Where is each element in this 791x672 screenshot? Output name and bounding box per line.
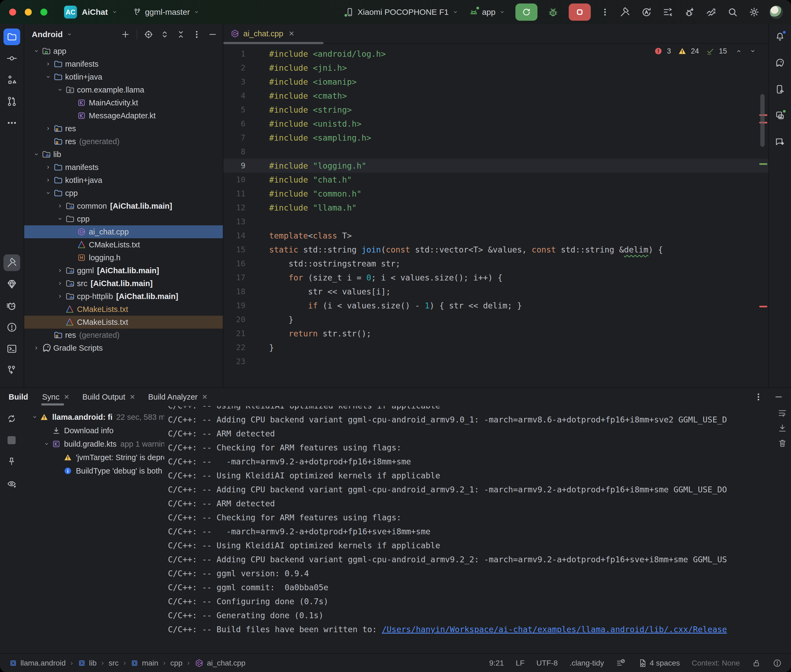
user-avatar[interactable] (770, 5, 783, 19)
code-line-16[interactable]: 16 std::ostringstream str; (223, 256, 769, 270)
tool-button-project-view-icon[interactable] (3, 29, 20, 45)
debug-button[interactable] (547, 6, 559, 18)
tool-button-device-manager-icon[interactable] (775, 110, 785, 121)
code-line-8[interactable]: 8 (223, 145, 769, 158)
tool-button-version-control-icon[interactable] (3, 362, 20, 379)
chevron-right-icon[interactable] (45, 177, 52, 184)
chevron-right-icon[interactable] (56, 267, 64, 274)
run-config-selector[interactable]: app (469, 7, 506, 17)
build-tab-build-output[interactable]: Build Output✕ (76, 388, 142, 406)
tree-chevron-down-icon[interactable] (45, 190, 52, 197)
code-line-13[interactable]: 13 (223, 214, 769, 229)
code-line-12[interactable]: 12#include "llama.h" (223, 201, 769, 214)
breadcrumb-item-lib[interactable]: lib (78, 659, 96, 667)
status-widget-context-none[interactable]: Context: None (692, 659, 740, 667)
soft-wrap-icon[interactable] (778, 408, 787, 418)
tree-row-com-example-llama[interactable]: com.example.llama (24, 83, 223, 96)
tree-row-res[interactable]: res (24, 122, 223, 135)
tool-button-build-hammer-icon[interactable] (3, 254, 20, 271)
locate-file-icon[interactable] (144, 30, 153, 39)
hide-build-panel-button[interactable] (774, 392, 783, 402)
code-changes-icon[interactable] (663, 6, 674, 18)
tree-row-cpp-httplib[interactable]: cpp-httplib[AiChat.lib.main] (24, 290, 223, 303)
tool-button-pull-requests-icon[interactable] (3, 93, 20, 110)
tree-row-res[interactable]: res(generated) (24, 329, 223, 341)
status-widget-error-info-icon[interactable] (773, 659, 782, 668)
status-widget-lf[interactable]: LF (516, 659, 525, 667)
project-view-selector[interactable]: Android (32, 30, 73, 39)
chevron-right-icon[interactable] (56, 203, 64, 210)
minimize-window-button[interactable] (25, 9, 32, 16)
status-widget-9-21[interactable]: 9:21 (489, 659, 504, 667)
sync-tree-row[interactable]: build.gradle.ktsapp 1 warning (23, 437, 164, 451)
tool-button-running-devices-icon[interactable] (775, 84, 785, 94)
chevron-right-icon[interactable] (45, 61, 52, 67)
code-line-2[interactable]: 2#include <jni.h> (223, 61, 769, 75)
code-line-23[interactable]: 23 (223, 354, 769, 368)
tool-button-terminal-icon[interactable] (3, 341, 20, 357)
build-tab-sync[interactable]: Sync✕ (36, 388, 76, 406)
tool-button-gemini-chat-icon[interactable] (775, 137, 785, 147)
tree-chevron-down-icon[interactable] (33, 48, 40, 54)
tree-chevron-down-icon[interactable] (31, 414, 38, 421)
rerun-button[interactable] (515, 3, 537, 21)
tool-button-gradle-icon[interactable] (775, 58, 785, 68)
project-widget[interactable]: AiChat (82, 8, 118, 17)
tool-button-more-horizontal-icon[interactable] (3, 115, 20, 131)
breadcrumb-item-llama-android[interactable]: llama.android (9, 659, 66, 667)
tree-row-common[interactable]: common[AiChat.lib.main] (24, 200, 223, 213)
sync-tree-row[interactable]: BuildType 'debug' is both de (23, 464, 164, 478)
add-icon[interactable] (120, 30, 130, 39)
build-tab-build-analyzer[interactable]: Build Analyzer✕ (142, 388, 214, 406)
editor-tab[interactable]: ai_chat.cpp ✕ (230, 29, 294, 38)
build-hammer-icon[interactable] (619, 6, 631, 18)
code-line-15[interactable]: 15static std::string join(const std::vec… (223, 243, 769, 256)
code-line-19[interactable]: 19 if (i < values.size() - 1) { str << d… (223, 299, 769, 312)
tree-row-app[interactable]: app (24, 45, 223, 58)
tree-row-lib[interactable]: lib (24, 148, 223, 161)
close-tab-icon[interactable]: ✕ (289, 30, 294, 38)
build-output-link[interactable]: /Users/hanyin/Workspace/ai-chat/examples… (382, 625, 727, 634)
tree-row-kotlin-java[interactable]: kotlin+java (24, 70, 223, 83)
stop-filled-icon[interactable] (8, 436, 16, 444)
status-widget-utf-8[interactable]: UTF-8 (536, 659, 558, 667)
tree-row-cmakelists-txt[interactable]: CMakeLists.txt (24, 303, 223, 316)
tree-row-src[interactable]: src[AiChat.lib.main] (24, 277, 223, 290)
tool-button-notifications-bell-icon[interactable] (775, 31, 785, 42)
tool-button-quality-insights-icon[interactable] (3, 276, 20, 293)
status-widget-lock-icon[interactable] (752, 659, 761, 668)
close-tab-icon[interactable]: ✕ (202, 393, 207, 401)
eye-icon[interactable] (6, 478, 17, 489)
tool-button-commit-icon[interactable] (3, 50, 20, 67)
tree-row-ggml[interactable]: ggml[AiChat.lib.main] (24, 264, 223, 277)
next-problem-icon[interactable] (749, 47, 757, 55)
breadcrumb-item-src[interactable]: src (109, 659, 119, 667)
tree-row-cmakelists-txt[interactable]: CMakeLists.txt (24, 316, 223, 329)
chevron-right-icon[interactable] (56, 293, 64, 300)
status-widget-inspections-off-icon[interactable] (616, 658, 626, 668)
code-line-18[interactable]: 18 str << values[i]; (223, 285, 769, 299)
code-line-7[interactable]: 7#include <sampling.h> (223, 131, 769, 145)
chevron-right-icon[interactable] (33, 344, 40, 352)
code-line-21[interactable]: 21 return str.str(); (223, 326, 769, 341)
code-line-22[interactable]: 22} (223, 341, 769, 354)
chevron-right-icon[interactable] (45, 164, 52, 171)
build-console[interactable]: C/C++: -- Using KleidiAI optimized kerne… (164, 406, 791, 653)
tree-row-gradle-scripts[interactable]: Gradle Scripts (24, 341, 223, 354)
code-line-10[interactable]: 10#include "chat.h" (223, 173, 769, 187)
status-widget-4-spaces[interactable]: 4 spaces (637, 658, 680, 668)
breadcrumb-item-ai-chat-cpp[interactable]: ai_chat.cpp (194, 659, 245, 668)
pin-icon[interactable] (7, 457, 16, 466)
sync-refresh-icon[interactable] (6, 414, 17, 424)
code-line-9[interactable]: 9#include "logging.h" (223, 158, 769, 173)
tree-row-logging-h[interactable]: logging.h (24, 251, 223, 264)
sync-tree-row[interactable]: 'jvmTarget: String' is deprec (23, 451, 164, 464)
horizontal-scrollbar[interactable] (223, 42, 324, 44)
tree-row-manifests[interactable]: manifests (24, 161, 223, 174)
breadcrumb-item-cpp[interactable]: cpp (170, 659, 183, 667)
code-line-20[interactable]: 20 } (223, 312, 769, 326)
hide-panel-icon[interactable] (208, 30, 217, 39)
apply-changes-icon[interactable] (641, 6, 652, 18)
tree-row-cmakelists-txt[interactable]: CMakeLists.txt (24, 238, 223, 251)
code-line-3[interactable]: 3#include <iomanip> (223, 75, 769, 89)
